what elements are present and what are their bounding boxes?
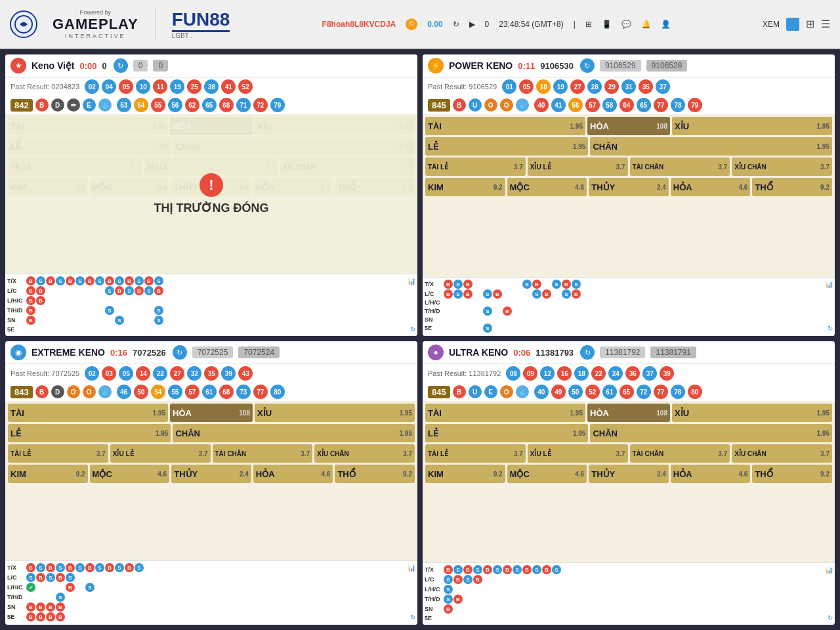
uk-hoa2[interactable]: HỎA4.6 — [671, 465, 751, 483]
uk-xiu[interactable]: XỈU 1.95 — [672, 404, 832, 422]
uk-kim[interactable]: KIM9.2 — [425, 465, 505, 483]
ek-xiu-chan[interactable]: XỈU CHĂN 3.7 — [314, 444, 415, 463]
pk-hoa[interactable]: HÒA 108 — [587, 117, 670, 135]
keno-viet-header: ★ Keno Việt 0:00 0 ↻ 0 0 — [5, 54, 417, 77]
ultra-keno-prev1[interactable]: 11381792 — [600, 346, 645, 358]
ek-refresh-stats[interactable]: ↻ — [410, 614, 415, 621]
keno-viet-timer: 0:00 — [80, 61, 97, 71]
extreme-keno-prev2[interactable]: 7072524 — [238, 346, 280, 358]
power-keno-prev1[interactable]: 9106529 — [600, 60, 641, 72]
refresh-icon[interactable]: ↻ — [453, 20, 459, 29]
ball-65: 65 — [202, 98, 217, 112]
pk-kim[interactable]: KIM9.2 — [425, 178, 505, 196]
keno-viet-prev2[interactable]: 0 — [153, 60, 168, 72]
ultra-keno-header: ● ULTRA KENO 0:06 11381793 ↻ 11381792 11… — [423, 341, 835, 364]
stats-chart-icon[interactable]: 📊 — [408, 278, 415, 285]
uk-refresh-stats[interactable]: ↻ — [828, 614, 833, 621]
header: Powered by GAMEPLAY INTERACTIVE FUN88 LG… — [0, 0, 840, 49]
refresh-stats-icon[interactable]: ↻ — [410, 326, 415, 333]
pk-chan[interactable]: CHĂN 1.95 — [590, 137, 832, 156]
ek-hoa2[interactable]: HỎA4.6 — [253, 465, 333, 483]
ultra-keno-prev2[interactable]: 11381791 — [650, 346, 696, 358]
uk-xiu-le[interactable]: XỈU LẺ 3.7 — [528, 444, 628, 463]
uk-tai-le[interactable]: TÀI LẺ 3.7 — [425, 444, 526, 463]
ek-tai[interactable]: TÀI 1.95 — [8, 404, 168, 422]
pk-tho[interactable]: THỔ9.2 — [752, 178, 832, 196]
power-keno-past-label: Past Result: 9106529 — [428, 83, 497, 91]
pk-tai-chan[interactable]: TÀI CHĂN 3.7 — [630, 158, 730, 176]
ek-moc[interactable]: MỘC4.6 — [90, 465, 170, 483]
uk-hoa[interactable]: HÒA 108 — [587, 404, 670, 422]
pk-refresh-stats[interactable]: ↻ — [828, 325, 833, 332]
list-view-icon[interactable]: ☰ — [821, 18, 830, 30]
uk-moc[interactable]: MỘC4.6 — [507, 465, 587, 483]
ball-25: 25 — [187, 79, 201, 94]
ek-xiu-le[interactable]: XỈU LẺ 3.7 — [110, 444, 211, 463]
extreme-keno-header: ◉ EXTREME KENO 0:16 7072526 ↻ 7072525 70… — [5, 341, 417, 364]
keno-viet-prev1[interactable]: 0 — [133, 60, 148, 72]
main-grid: ★ Keno Việt 0:00 0 ↻ 0 0 Past Result: 02… — [0, 49, 840, 630]
uk-le[interactable]: LẺ 1.95 — [425, 424, 588, 442]
sn-row: SN BSS — [7, 316, 415, 325]
power-keno-bets: TÀI 1.95 HÒA 108 XỈU 1.95 LẺ 1.95 — [423, 114, 835, 277]
extreme-keno-refresh[interactable]: ↻ — [173, 345, 187, 360]
logo-area: Powered by GAMEPLAY INTERACTIVE FUN88 LG… — [10, 8, 230, 41]
pk-xiu-chan[interactable]: XỈU CHĂN 3.7 — [732, 158, 832, 176]
uk-tho[interactable]: THỔ9.2 — [752, 465, 832, 483]
ultra-keno-refresh[interactable]: ↻ — [580, 345, 595, 360]
pk-tai[interactable]: TÀI 1.95 — [425, 117, 585, 135]
grid-view-icon[interactable]: ⊞ — [806, 18, 814, 30]
pk-hoa2[interactable]: HỎA4.6 — [671, 178, 751, 196]
ek-tai-le[interactable]: TÀI LẺ 3.7 — [8, 444, 108, 463]
ek-chan[interactable]: CHĂN 1.95 — [173, 424, 415, 442]
ultra-keno-round: 11381793 — [536, 348, 574, 358]
icon4: 🔔 — [641, 20, 651, 29]
keno-viet-panel: ★ Keno Việt 0:00 0 ↻ 0 0 Past Result: 02… — [5, 54, 417, 336]
ek-thuy[interactable]: THỦY2.4 — [171, 465, 251, 483]
ek-le[interactable]: LẺ 1.95 — [8, 424, 171, 442]
power-keno-refresh[interactable]: ↻ — [580, 58, 595, 73]
ball-72: 72 — [253, 98, 268, 112]
power-keno-row-3: TÀI LẺ 3.7 XỈU LẺ 3.7 TÀI CHĂN 3.7 XỈU C… — [425, 158, 832, 176]
keno-viet-badge-d: D — [51, 98, 64, 112]
uk-chart-icon[interactable]: 📊 — [825, 566, 833, 574]
ek-chart-icon[interactable]: 📊 — [408, 564, 415, 572]
pk-xiu-le[interactable]: XỈU LẺ 3.7 — [528, 158, 628, 176]
lhc-label: L/H/C — [7, 297, 26, 304]
keno-viet-name: Keno Việt — [32, 60, 75, 71]
uk-tai[interactable]: TÀI 1.95 — [425, 404, 585, 422]
power-keno-prev2[interactable]: 9106528 — [646, 60, 688, 72]
ultra-keno-icon: ● — [428, 345, 444, 360]
pk-xiu[interactable]: XỈU 1.95 — [672, 117, 832, 135]
ek-kim[interactable]: KIM9.2 — [8, 465, 88, 483]
uk-thuy[interactable]: THỦY2.4 — [589, 465, 669, 483]
extreme-keno-prev1[interactable]: 7072525 — [192, 346, 234, 358]
tx-row: T/X BSBSBSBSBSBSBS 📊 — [7, 276, 415, 285]
keno-viet-round: 0 — [102, 61, 107, 71]
ball-38: 38 — [204, 79, 219, 94]
5e-row: 5E ↻ — [7, 326, 415, 334]
uk-tai-chan[interactable]: TÀI CHĂN 3.7 — [630, 444, 730, 463]
pk-tai-le[interactable]: TÀI LẺ 3.7 — [425, 158, 526, 176]
ek-hoa[interactable]: HÒA 108 — [170, 404, 253, 422]
ek-xiu[interactable]: XỈU 1.95 — [255, 404, 415, 422]
keno-viet-refresh[interactable]: ↻ — [114, 58, 128, 73]
pk-le[interactable]: LẺ 1.95 — [425, 137, 588, 156]
ek-tho[interactable]: THỔ9.2 — [335, 465, 415, 483]
pk-thuy[interactable]: THỦY2.4 — [589, 178, 669, 196]
ball-56: 56 — [168, 98, 182, 112]
pk-moc[interactable]: MỘC4.6 — [507, 178, 587, 196]
extreme-keno-timer: 0:16 — [110, 348, 127, 358]
pk-chart-icon[interactable]: 📊 — [825, 281, 833, 288]
ball-54: 54 — [134, 98, 148, 112]
uk-xiu-chan[interactable]: XỈU CHĂN 3.7 — [732, 444, 832, 463]
lc-label: L/C — [7, 287, 26, 294]
extreme-keno-ticket-row: 843 B D O O 💧 46 50 54 55 57 61 68 73 77… — [5, 383, 417, 401]
uk-chan[interactable]: CHĂN 1.95 — [590, 424, 832, 442]
session-id: F8hoah8L8KVCDJA — [322, 20, 396, 29]
clock-time: 23:48:54 (GMT+8) — [499, 20, 563, 29]
keno-viet-badge-water: 💧 — [98, 98, 112, 112]
keno-viet-ticket: 842 — [10, 99, 33, 112]
ek-tai-chan[interactable]: TÀI CHĂN 3.7 — [213, 444, 313, 463]
ultra-keno-panel: ● ULTRA KENO 0:06 11381793 ↻ 11381792 11… — [423, 341, 835, 625]
